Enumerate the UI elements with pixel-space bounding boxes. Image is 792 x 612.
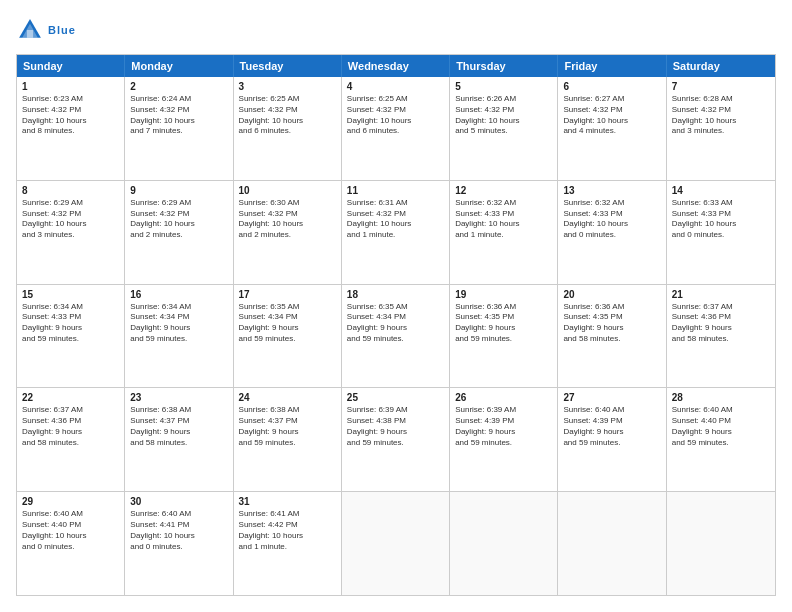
cell-line: Daylight: 10 hours <box>239 219 336 230</box>
cell-line: Sunset: 4:39 PM <box>563 416 660 427</box>
cal-cell-empty <box>667 492 775 595</box>
cal-cell-28: 28Sunrise: 6:40 AMSunset: 4:40 PMDayligh… <box>667 388 775 491</box>
cell-line: Sunset: 4:33 PM <box>563 209 660 220</box>
cell-line: Sunset: 4:37 PM <box>130 416 227 427</box>
cell-line: Daylight: 10 hours <box>130 531 227 542</box>
cal-cell-2: 2Sunrise: 6:24 AMSunset: 4:32 PMDaylight… <box>125 77 233 180</box>
day-number: 9 <box>130 185 227 196</box>
cell-line: Sunset: 4:37 PM <box>239 416 336 427</box>
cal-cell-14: 14Sunrise: 6:33 AMSunset: 4:33 PMDayligh… <box>667 181 775 284</box>
cal-cell-7: 7Sunrise: 6:28 AMSunset: 4:32 PMDaylight… <box>667 77 775 180</box>
cell-line: Sunrise: 6:35 AM <box>239 302 336 313</box>
cell-line: Sunrise: 6:41 AM <box>239 509 336 520</box>
cell-line: and 6 minutes. <box>239 126 336 137</box>
cell-line: Sunset: 4:36 PM <box>672 312 770 323</box>
cell-line: Daylight: 10 hours <box>347 219 444 230</box>
day-number: 17 <box>239 289 336 300</box>
cell-line: Sunrise: 6:31 AM <box>347 198 444 209</box>
cell-line: Sunset: 4:42 PM <box>239 520 336 531</box>
cell-line: and 1 minute. <box>239 542 336 553</box>
cell-line: and 59 minutes. <box>563 438 660 449</box>
cal-header-cell-monday: Monday <box>125 55 233 77</box>
calendar-header: SundayMondayTuesdayWednesdayThursdayFrid… <box>17 55 775 77</box>
cell-line: Daylight: 10 hours <box>130 219 227 230</box>
cell-line: Sunrise: 6:36 AM <box>455 302 552 313</box>
day-number: 18 <box>347 289 444 300</box>
cal-cell-empty <box>558 492 666 595</box>
cal-header-cell-wednesday: Wednesday <box>342 55 450 77</box>
cell-line: Sunrise: 6:36 AM <box>563 302 660 313</box>
cal-cell-29: 29Sunrise: 6:40 AMSunset: 4:40 PMDayligh… <box>17 492 125 595</box>
cal-cell-9: 9Sunrise: 6:29 AMSunset: 4:32 PMDaylight… <box>125 181 233 284</box>
cal-cell-12: 12Sunrise: 6:32 AMSunset: 4:33 PMDayligh… <box>450 181 558 284</box>
cell-line: Sunrise: 6:25 AM <box>239 94 336 105</box>
cell-line: Sunset: 4:32 PM <box>22 209 119 220</box>
cell-line: and 59 minutes. <box>672 438 770 449</box>
day-number: 22 <box>22 392 119 403</box>
cell-line: Sunset: 4:41 PM <box>130 520 227 531</box>
cell-line: Daylight: 9 hours <box>563 427 660 438</box>
cal-header-cell-sunday: Sunday <box>17 55 125 77</box>
cell-line: Daylight: 10 hours <box>455 116 552 127</box>
cell-line: and 58 minutes. <box>22 438 119 449</box>
cell-line: Sunrise: 6:24 AM <box>130 94 227 105</box>
cal-cell-6: 6Sunrise: 6:27 AMSunset: 4:32 PMDaylight… <box>558 77 666 180</box>
cell-line: Sunset: 4:32 PM <box>130 209 227 220</box>
cell-line: Sunrise: 6:29 AM <box>130 198 227 209</box>
cell-line: Sunrise: 6:38 AM <box>130 405 227 416</box>
cell-line: Daylight: 10 hours <box>563 116 660 127</box>
cell-line: Sunset: 4:39 PM <box>455 416 552 427</box>
cell-line: Sunset: 4:32 PM <box>130 105 227 116</box>
cal-header-cell-saturday: Saturday <box>667 55 775 77</box>
cell-line: Sunrise: 6:27 AM <box>563 94 660 105</box>
cell-line: Sunset: 4:32 PM <box>455 105 552 116</box>
cell-line: Sunset: 4:34 PM <box>347 312 444 323</box>
cell-line: Sunset: 4:33 PM <box>672 209 770 220</box>
cell-line: Sunrise: 6:40 AM <box>130 509 227 520</box>
day-number: 10 <box>239 185 336 196</box>
cell-line: Daylight: 10 hours <box>22 219 119 230</box>
cell-line: and 59 minutes. <box>347 334 444 345</box>
cell-line: and 4 minutes. <box>563 126 660 137</box>
cal-cell-27: 27Sunrise: 6:40 AMSunset: 4:39 PMDayligh… <box>558 388 666 491</box>
day-number: 11 <box>347 185 444 196</box>
cal-cell-26: 26Sunrise: 6:39 AMSunset: 4:39 PMDayligh… <box>450 388 558 491</box>
cell-line: and 8 minutes. <box>22 126 119 137</box>
cell-line: Sunset: 4:35 PM <box>563 312 660 323</box>
cell-line: Daylight: 9 hours <box>672 427 770 438</box>
cell-line: and 2 minutes. <box>239 230 336 241</box>
cell-line: Sunrise: 6:37 AM <box>672 302 770 313</box>
svg-rect-2 <box>27 30 33 38</box>
cal-cell-5: 5Sunrise: 6:26 AMSunset: 4:32 PMDaylight… <box>450 77 558 180</box>
cell-line: Sunrise: 6:40 AM <box>672 405 770 416</box>
cell-line: Daylight: 9 hours <box>239 427 336 438</box>
cal-cell-22: 22Sunrise: 6:37 AMSunset: 4:36 PMDayligh… <box>17 388 125 491</box>
cell-line: and 0 minutes. <box>22 542 119 553</box>
cell-line: Sunset: 4:34 PM <box>130 312 227 323</box>
cal-row-1: 1Sunrise: 6:23 AMSunset: 4:32 PMDaylight… <box>17 77 775 180</box>
day-number: 23 <box>130 392 227 403</box>
cell-line: Sunset: 4:35 PM <box>455 312 552 323</box>
logo-tagline: Blue <box>48 24 76 36</box>
cell-line: Sunset: 4:33 PM <box>455 209 552 220</box>
day-number: 26 <box>455 392 552 403</box>
day-number: 12 <box>455 185 552 196</box>
cell-line: Daylight: 10 hours <box>22 531 119 542</box>
cell-line: and 59 minutes. <box>347 438 444 449</box>
cal-cell-24: 24Sunrise: 6:38 AMSunset: 4:37 PMDayligh… <box>234 388 342 491</box>
day-number: 13 <box>563 185 660 196</box>
cal-cell-19: 19Sunrise: 6:36 AMSunset: 4:35 PMDayligh… <box>450 285 558 388</box>
cal-cell-15: 15Sunrise: 6:34 AMSunset: 4:33 PMDayligh… <box>17 285 125 388</box>
day-number: 28 <box>672 392 770 403</box>
cell-line: and 6 minutes. <box>347 126 444 137</box>
cell-line: Sunrise: 6:30 AM <box>239 198 336 209</box>
cell-line: Sunset: 4:40 PM <box>22 520 119 531</box>
cell-line: Sunset: 4:32 PM <box>239 105 336 116</box>
cell-line: Sunrise: 6:32 AM <box>455 198 552 209</box>
day-number: 31 <box>239 496 336 507</box>
cal-cell-30: 30Sunrise: 6:40 AMSunset: 4:41 PMDayligh… <box>125 492 233 595</box>
cal-cell-4: 4Sunrise: 6:25 AMSunset: 4:32 PMDaylight… <box>342 77 450 180</box>
cell-line: and 0 minutes. <box>672 230 770 241</box>
cell-line: and 3 minutes. <box>672 126 770 137</box>
calendar: SundayMondayTuesdayWednesdayThursdayFrid… <box>16 54 776 596</box>
